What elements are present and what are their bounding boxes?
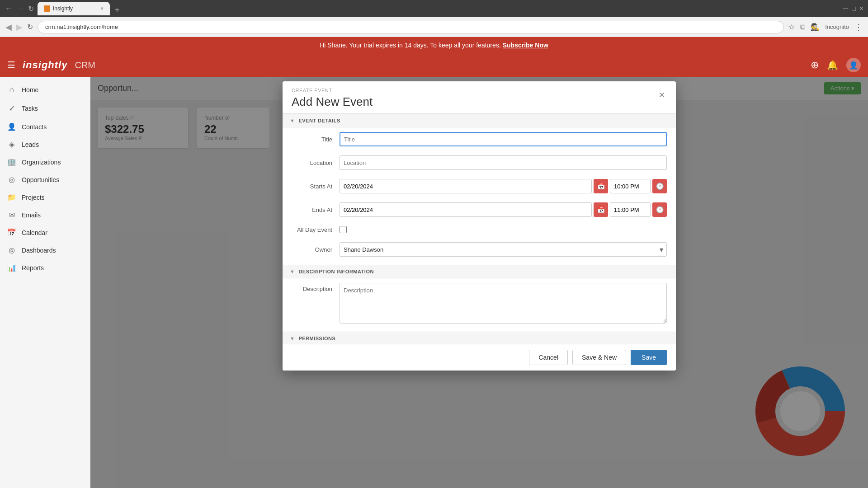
description-section-arrow: ▼ bbox=[290, 269, 295, 274]
address-input[interactable] bbox=[38, 21, 784, 33]
back-button[interactable]: ← bbox=[5, 4, 13, 14]
save-new-button[interactable]: Save & New bbox=[572, 350, 626, 365]
location-input[interactable] bbox=[340, 155, 667, 170]
dashboards-icon: ◎ bbox=[7, 246, 16, 254]
incognito-label: Incognito bbox=[825, 23, 849, 30]
description-section-label: DESCRIPTION INFORMATION bbox=[298, 269, 374, 274]
maximize-button[interactable]: □ bbox=[852, 5, 855, 13]
sidebar-label-tasks: Tasks bbox=[22, 105, 38, 112]
owner-select[interactable]: Shane Dawson bbox=[340, 242, 667, 257]
starts-at-calendar-button[interactable]: 📅 bbox=[594, 179, 608, 193]
starts-at-date-input[interactable] bbox=[340, 179, 592, 193]
tab-close-icon[interactable]: × bbox=[100, 5, 104, 12]
back-nav-button[interactable]: ◀ bbox=[5, 22, 12, 32]
location-row: Location bbox=[283, 151, 676, 174]
contacts-icon: 👤 bbox=[7, 122, 16, 131]
ends-at-date-input[interactable] bbox=[340, 202, 592, 217]
cancel-button[interactable]: Cancel bbox=[529, 350, 568, 365]
permissions-section-arrow: ▼ bbox=[290, 336, 295, 341]
starts-at-time-button[interactable]: 🕐 bbox=[652, 179, 667, 193]
all-day-row: All Day Event bbox=[283, 221, 676, 238]
tasks-icon: ✓ bbox=[7, 103, 16, 113]
sidebar-item-projects[interactable]: 📁 Projects bbox=[0, 188, 90, 206]
ends-at-time-input[interactable] bbox=[610, 202, 651, 217]
ends-at-calendar-button[interactable]: 📅 bbox=[594, 202, 608, 217]
active-tab[interactable]: Insightly × bbox=[38, 2, 110, 15]
forward-button[interactable]: → bbox=[16, 4, 24, 14]
description-label: Description bbox=[292, 283, 332, 292]
sidebar: ⌂ Home ✓ Tasks 👤 Contacts ◈ Leads 🏢 Orga… bbox=[0, 77, 90, 488]
sidebar-item-emails[interactable]: ✉ Emails bbox=[0, 206, 90, 224]
home-icon: ⌂ bbox=[7, 85, 16, 94]
starts-at-row: Starts At 📅 🕐 bbox=[283, 174, 676, 198]
owner-row: Owner Shane Dawson ▾ bbox=[283, 238, 676, 261]
notification-banner: Hi Shane. Your trial expires in 14 days.… bbox=[0, 37, 868, 53]
browser-chrome: ← → ↻ Insightly × + ─ □ × bbox=[0, 0, 868, 17]
app-name: CRM bbox=[75, 60, 95, 70]
title-input[interactable] bbox=[340, 132, 667, 146]
app-body: ⌂ Home ✓ Tasks 👤 Contacts ◈ Leads 🏢 Orga… bbox=[0, 77, 868, 488]
sidebar-item-contacts[interactable]: 👤 Contacts bbox=[0, 118, 90, 136]
modal-title: Add New Event bbox=[292, 95, 373, 109]
owner-label: Owner bbox=[292, 246, 332, 253]
sidebar-label-home: Home bbox=[22, 86, 38, 94]
tab-bar: Insightly × + bbox=[38, 2, 840, 15]
ends-at-row: Ends At 📅 🕐 bbox=[283, 198, 676, 221]
bookmark-icon[interactable]: ☆ bbox=[788, 23, 795, 31]
sidebar-item-tasks[interactable]: ✓ Tasks bbox=[0, 99, 90, 118]
new-tab-button[interactable]: + bbox=[112, 5, 123, 15]
sidebar-item-calendar[interactable]: 📅 Calendar bbox=[0, 224, 90, 241]
sidebar-item-opportunities[interactable]: ◎ Opportunities bbox=[0, 171, 90, 188]
all-day-checkbox[interactable] bbox=[340, 226, 347, 233]
main-content: Opportun... Actions ▾ Top Sales P $322.7… bbox=[90, 77, 868, 488]
subscribe-link[interactable]: Subscribe Now bbox=[503, 42, 548, 49]
tab-favicon bbox=[44, 5, 50, 12]
forward-nav-button[interactable]: ▶ bbox=[16, 22, 23, 32]
all-day-label: All Day Event bbox=[292, 226, 332, 233]
starts-at-time-input[interactable] bbox=[610, 179, 651, 193]
calendar-icon: 📅 bbox=[7, 228, 16, 237]
projects-icon: 📁 bbox=[7, 193, 16, 202]
reload-button[interactable]: ↻ bbox=[27, 23, 33, 31]
address-bar: ◀ ▶ ↻ ☆ ⧉ 🕵 Incognito ⋮ bbox=[0, 17, 868, 37]
save-button[interactable]: Save bbox=[631, 350, 667, 365]
hamburger-menu[interactable]: ☰ bbox=[7, 60, 15, 70]
modal-close-button[interactable]: × bbox=[657, 88, 667, 102]
location-label: Location bbox=[292, 160, 332, 166]
modal-backdrop: CREATE EVENT Add New Event × ▼ EVENT DET… bbox=[90, 77, 868, 488]
sidebar-label-emails: Emails bbox=[22, 211, 41, 219]
reports-icon: 📊 bbox=[7, 263, 16, 272]
organizations-icon: 🏢 bbox=[7, 158, 16, 166]
modal-title-group: CREATE EVENT Add New Event bbox=[292, 88, 373, 109]
profile-icon[interactable]: 🕵 bbox=[811, 23, 820, 31]
starts-at-label: Starts At bbox=[292, 183, 332, 190]
owner-select-wrapper: Shane Dawson ▾ bbox=[340, 242, 667, 257]
sidebar-item-organizations[interactable]: 🏢 Organizations bbox=[0, 153, 90, 171]
ends-at-time-button[interactable]: 🕐 bbox=[652, 202, 667, 217]
sidebar-label-dashboards: Dashboards bbox=[22, 247, 56, 254]
menu-icon[interactable]: ⋮ bbox=[854, 22, 863, 32]
description-section-header[interactable]: ▼ DESCRIPTION INFORMATION bbox=[283, 265, 676, 278]
sidebar-item-leads[interactable]: ◈ Leads bbox=[0, 136, 90, 153]
ends-at-date-group: 📅 🕐 bbox=[340, 202, 667, 217]
sidebar-item-reports[interactable]: 📊 Reports bbox=[0, 259, 90, 277]
event-details-arrow: ▼ bbox=[290, 118, 295, 123]
notifications-button[interactable]: 🔔 bbox=[827, 60, 838, 70]
sidebar-label-leads: Leads bbox=[22, 141, 39, 148]
user-avatar-button[interactable]: 👤 bbox=[846, 58, 861, 72]
event-details-section-header[interactable]: ▼ EVENT DETAILS bbox=[283, 114, 676, 127]
title-row: Title bbox=[283, 127, 676, 151]
minimize-button[interactable]: ─ bbox=[843, 5, 848, 13]
sidebar-item-home[interactable]: ⌂ Home bbox=[0, 80, 90, 99]
extension-icon[interactable]: ⧉ bbox=[800, 23, 805, 31]
sidebar-item-dashboards[interactable]: ◎ Dashboards bbox=[0, 241, 90, 259]
header-right: ⊕ 🔔 👤 bbox=[811, 58, 861, 72]
description-row: Description bbox=[283, 278, 676, 328]
add-icon-button[interactable]: ⊕ bbox=[811, 59, 819, 71]
permissions-section-header[interactable]: ▼ PERMISSIONS bbox=[283, 332, 676, 344]
description-textarea[interactable] bbox=[340, 283, 667, 324]
app-logo: insightly bbox=[23, 59, 67, 71]
notification-text: Hi Shane. Your trial expires in 14 days.… bbox=[320, 42, 501, 49]
refresh-button[interactable]: ↻ bbox=[28, 5, 34, 13]
close-window-button[interactable]: × bbox=[859, 5, 863, 13]
